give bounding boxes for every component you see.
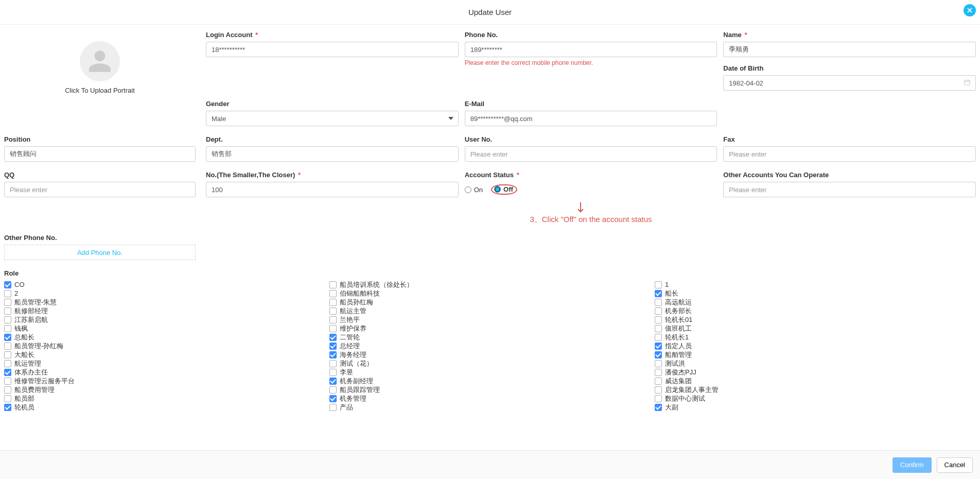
role-checkbox-item[interactable]: 海务经理 [329,350,651,359]
role-checkbox-item[interactable]: 高远航运 [655,298,976,306]
checkbox-icon[interactable] [655,299,662,306]
role-checkbox-item[interactable]: 测试洪 [655,359,976,368]
checkbox-icon[interactable] [655,378,662,385]
checkbox-icon[interactable] [655,369,662,376]
checkbox-icon[interactable] [329,395,337,402]
position-input[interactable] [4,146,196,162]
role-checkbox-item[interactable]: 大副 [655,403,976,412]
name-input[interactable] [723,42,976,57]
checkbox-icon[interactable] [655,334,662,341]
checkbox-icon[interactable] [655,325,662,332]
role-checkbox-item[interactable]: 航运管理 [4,359,325,368]
checkbox-icon[interactable] [329,386,337,394]
checkbox-icon[interactable] [329,334,337,341]
checkbox-icon[interactable] [4,299,11,306]
role-checkbox-item[interactable]: 轮机长1 [655,333,976,341]
portrait-upload[interactable]: Click To Upload Portrait [4,31,196,94]
role-checkbox-item[interactable]: 船员管理-朱慧 [4,298,325,306]
role-checkbox-item[interactable]: 兰艳平 [329,315,651,324]
role-checkbox-item[interactable]: 船员孙红梅 [329,298,651,306]
add-phone-button[interactable]: Add Phone No. [4,245,196,260]
checkbox-icon[interactable] [655,351,662,358]
role-checkbox-item[interactable]: 大船长 [4,350,325,359]
login-input[interactable] [206,42,459,57]
checkbox-icon[interactable] [329,369,337,376]
checkbox-icon[interactable] [4,369,11,376]
role-checkbox-item[interactable]: 船舶管理 [655,350,976,359]
role-checkbox-item[interactable]: 数据中心测试 [655,394,976,403]
checkbox-icon[interactable] [329,404,337,411]
close-button[interactable] [964,4,976,16]
checkbox-icon[interactable] [329,351,337,358]
role-checkbox-item[interactable]: 维护保养 [329,324,651,333]
checkbox-icon[interactable] [655,404,662,411]
role-checkbox-item[interactable]: 船员部 [4,394,325,403]
role-checkbox-item[interactable]: 钱枫 [4,324,325,333]
checkbox-icon[interactable] [4,351,11,358]
role-checkbox-item[interactable]: 李昱 [329,368,651,377]
role-checkbox-item[interactable]: 伯锦船舶科技 [329,289,651,298]
role-checkbox-item[interactable]: 体系办主任 [4,368,325,377]
qq-input[interactable] [4,182,196,197]
role-checkbox-item[interactable]: 船员培训系统（徐处长） [329,280,651,289]
role-checkbox-item[interactable]: 轮机员 [4,403,325,412]
checkbox-icon[interactable] [329,299,337,306]
checkbox-icon[interactable] [655,386,662,394]
checkbox-icon[interactable] [4,316,11,323]
role-checkbox-item[interactable]: 航运主管 [329,306,651,315]
checkbox-icon[interactable] [329,281,337,288]
role-checkbox-item[interactable]: 船员跟踪管理 [329,385,651,394]
role-checkbox-item[interactable]: 2 [4,289,325,298]
role-checkbox-item[interactable]: 测试（花） [329,359,651,368]
avatar-placeholder[interactable] [80,41,120,81]
role-checkbox-item[interactable]: 威达集团 [655,377,976,385]
checkbox-icon[interactable] [655,307,662,315]
checkbox-icon[interactable] [4,307,11,315]
role-checkbox-item[interactable]: 航修部经理 [4,306,325,315]
role-checkbox-item[interactable]: 启龙集团人事主管 [655,385,976,394]
checkbox-icon[interactable] [4,378,11,385]
checkbox-icon[interactable] [4,343,11,350]
role-checkbox-item[interactable]: 轮机长01 [655,315,976,324]
no-input[interactable] [206,182,459,197]
otheracc-input[interactable] [723,182,976,197]
role-checkbox-item[interactable]: 总船长 [4,333,325,341]
checkbox-icon[interactable] [4,386,11,394]
gender-select[interactable]: Male [206,111,459,126]
role-checkbox-item[interactable]: 船长 [655,289,976,298]
checkbox-icon[interactable] [4,290,11,297]
role-checkbox-item[interactable]: CO [4,280,325,289]
role-checkbox-item[interactable]: 值班机工 [655,324,976,333]
email-input[interactable] [465,111,717,126]
checkbox-icon[interactable] [4,404,11,411]
role-checkbox-item[interactable]: 维修管理云服务平台 [4,377,325,385]
role-checkbox-item[interactable]: 船员管理-孙红梅 [4,341,325,350]
checkbox-icon[interactable] [655,316,662,323]
checkbox-icon[interactable] [329,290,337,297]
checkbox-icon[interactable] [655,281,662,288]
checkbox-icon[interactable] [655,360,662,367]
role-checkbox-item[interactable]: 潘俊杰PJJ [655,368,976,377]
calendar-icon[interactable] [964,79,971,88]
checkbox-icon[interactable] [4,395,11,402]
checkbox-icon[interactable] [329,307,337,315]
role-checkbox-item[interactable]: 船员费用管理 [4,385,325,394]
checkbox-icon[interactable] [655,395,662,402]
checkbox-icon[interactable] [4,281,11,288]
fax-input[interactable] [723,146,976,162]
checkbox-icon[interactable] [329,360,337,367]
status-off-radio[interactable]: Off [494,185,513,193]
userno-input[interactable] [465,146,717,162]
checkbox-icon[interactable] [329,325,337,332]
checkbox-icon[interactable] [655,343,662,350]
role-checkbox-item[interactable]: 总经理 [329,341,651,350]
role-checkbox-item[interactable]: 机务副经理 [329,377,651,385]
checkbox-icon[interactable] [4,334,11,341]
dept-input[interactable] [206,146,459,162]
checkbox-icon[interactable] [329,316,337,323]
checkbox-icon[interactable] [655,290,662,297]
role-checkbox-item[interactable]: 指定人员 [655,341,976,350]
checkbox-icon[interactable] [329,343,337,350]
dob-input[interactable] [723,75,976,91]
phone-input[interactable] [465,42,717,57]
